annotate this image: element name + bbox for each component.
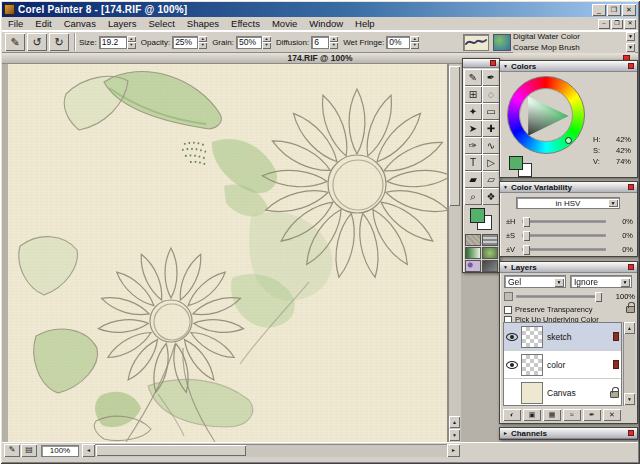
composite-depth-dropdown[interactable]: Ignore ▼ (570, 275, 632, 288)
mdi-restore-button[interactable]: ❐ (611, 19, 623, 29)
main-additional-color-swatches[interactable] (468, 207, 496, 231)
channels-title-bar[interactable]: ► Channels (500, 428, 637, 439)
layer-row-color[interactable]: color (504, 351, 621, 379)
wet-fringe-stepper[interactable]: ▲ ▼ (410, 36, 419, 49)
layer-row-sketch[interactable]: sketch (504, 323, 621, 351)
scroll-left-icon[interactable]: ◄ (82, 444, 95, 457)
menu-help[interactable]: Help (349, 17, 381, 30)
scroll-down-icon[interactable]: ▼ (624, 393, 635, 405)
slider-track[interactable] (516, 295, 602, 298)
slider-thumb[interactable] (523, 245, 530, 255)
collapse-icon[interactable]: ▼ (503, 63, 508, 69)
layer-list-scrollbar[interactable]: ▲ ▼ (623, 322, 635, 406)
grain-input[interactable]: 50% (236, 36, 262, 49)
grain-stepper[interactable]: ▲ ▼ (262, 36, 271, 49)
canvas-vscrollbar[interactable]: ▲ ▼ (448, 64, 461, 442)
saturation-variability-slider[interactable]: ±S 0% (506, 230, 633, 240)
text-tool[interactable]: T (464, 154, 482, 171)
paper-selector[interactable] (465, 234, 481, 246)
magic-wand-tool[interactable]: ✦ (464, 103, 482, 120)
layers-title-bar[interactable]: ▼ Layers (500, 262, 637, 273)
visibility-eye-icon[interactable] (506, 333, 518, 341)
composite-method-dropdown[interactable]: Gel ▼ (504, 275, 566, 288)
diffusion-input[interactable]: 6 (311, 36, 329, 49)
menu-file[interactable]: File (2, 17, 29, 30)
preserve-transparency-checkbox[interactable] (504, 306, 512, 314)
hscroll-thumb[interactable] (96, 445, 246, 456)
toolbox-title-bar[interactable] (463, 59, 499, 68)
lock-icon[interactable] (610, 391, 619, 398)
hue-ring[interactable] (507, 76, 585, 154)
new-liquid-ink-layer-icon[interactable]: ✒ (583, 409, 601, 421)
canvas[interactable] (8, 64, 448, 442)
layer-opacity-slider[interactable]: 100% (504, 291, 635, 302)
rotate-left-icon[interactable]: ↺ (27, 33, 47, 51)
size-stepper[interactable]: ▲ ▼ (127, 36, 136, 49)
dropper-tool[interactable]: ✒ (482, 69, 500, 86)
lasso-tool[interactable]: ◌ (482, 86, 500, 103)
value-variability-slider[interactable]: ±V 0% (506, 244, 633, 254)
color-swatches[interactable] (508, 156, 538, 178)
slider-thumb[interactable] (523, 217, 530, 227)
weave-selector[interactable] (482, 234, 498, 246)
dropdown-icon[interactable]: ▼ (626, 43, 635, 52)
delete-layer-icon[interactable]: ✕ (603, 409, 621, 421)
magnifier-tool[interactable]: ⌕ (464, 188, 482, 205)
dropdown-icon[interactable]: ▼ (608, 199, 618, 207)
zoom-level-field[interactable]: 100% (41, 445, 79, 457)
main-color-swatch[interactable] (470, 208, 485, 223)
brush-category-icon[interactable] (493, 34, 511, 51)
expand-icon[interactable]: ► (503, 430, 508, 436)
size-input[interactable]: 19.2 (99, 36, 127, 49)
spin-down-icon[interactable]: ▼ (329, 42, 338, 49)
new-layer-mask-icon[interactable]: ▦ (543, 409, 561, 421)
menu-effects[interactable]: Effects (225, 17, 266, 30)
dropdown-icon[interactable]: ▼ (626, 32, 635, 41)
menu-movie[interactable]: Movie (266, 17, 303, 30)
opacity-stepper[interactable]: ▲ ▼ (198, 36, 207, 49)
variability-mode-dropdown[interactable]: in HSV ▼ (516, 197, 620, 209)
pencil-drawer-icon[interactable]: ✎ (4, 444, 20, 457)
collapse-icon[interactable]: ▼ (503, 264, 508, 270)
opacity-input[interactable]: 25% (172, 36, 198, 49)
shape-selection-tool[interactable]: ▷ (482, 154, 500, 171)
grid-drawer-icon[interactable]: ▤ (21, 444, 37, 457)
grabber-tool[interactable]: ❖ (482, 188, 500, 205)
crop-tool[interactable]: ⊞ (464, 86, 482, 103)
collapse-icon[interactable]: ▼ (503, 184, 508, 190)
menu-layers[interactable]: Layers (102, 17, 143, 30)
dropdown-icon[interactable]: ▼ (554, 278, 564, 287)
selection-adjuster-tool[interactable]: ➤ (464, 120, 482, 137)
brush-variant-dropdown[interactable]: Coarse Mop Brush ▼ (513, 43, 635, 53)
rotate-right-icon[interactable]: ↻ (49, 33, 69, 51)
mdi-close-button[interactable]: ✕ (624, 19, 636, 29)
colors-close-icon[interactable] (628, 63, 634, 69)
stroke-preview-button[interactable] (463, 34, 489, 51)
spin-down-icon[interactable]: ▼ (262, 42, 271, 49)
menu-canvas[interactable]: Canvas (58, 17, 102, 30)
hue-marker[interactable] (565, 137, 572, 144)
slider-thumb[interactable] (523, 231, 530, 241)
wet-fringe-input[interactable]: 0% (386, 36, 410, 49)
color-variability-close-icon[interactable] (628, 184, 634, 190)
paint-bucket-tool[interactable]: ▰ (464, 171, 482, 188)
scroll-up-icon[interactable]: ▲ (624, 322, 635, 334)
diffusion-stepper[interactable]: ▲ ▼ (329, 36, 338, 49)
brush-category-dropdown[interactable]: Digital Water Color ▼ (513, 32, 635, 42)
slider-thumb[interactable] (595, 292, 602, 302)
dropdown-icon[interactable]: ▼ (620, 278, 630, 287)
look-selector[interactable] (482, 247, 498, 259)
menu-shapes[interactable]: Shapes (181, 17, 225, 30)
scroll-right-icon[interactable]: ► (447, 444, 460, 457)
menu-select[interactable]: Select (142, 17, 180, 30)
layer-adjuster-tool[interactable]: ✚ (482, 120, 500, 137)
pattern-selector[interactable] (465, 260, 481, 272)
new-watercolor-layer-icon[interactable]: ≈ (563, 409, 581, 421)
spin-down-icon[interactable]: ▼ (127, 42, 136, 49)
scroll-down-icon[interactable]: ▼ (449, 429, 460, 441)
menu-edit[interactable]: Edit (29, 17, 57, 30)
channels-close-icon[interactable] (628, 430, 634, 436)
vscroll-thumb[interactable] (449, 66, 460, 206)
rectangular-selection-tool[interactable]: ▭ (482, 103, 500, 120)
layer-commands-icon[interactable]: ◐ (503, 409, 521, 421)
